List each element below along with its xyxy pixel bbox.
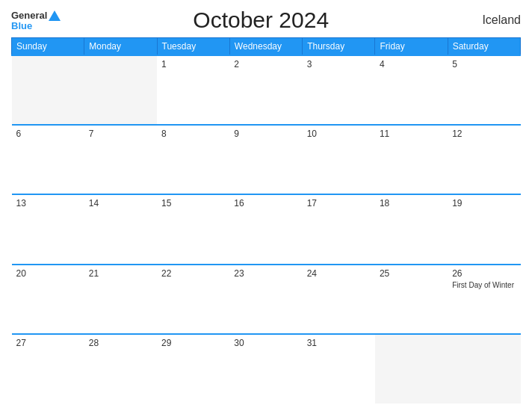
- calendar-cell: 24: [303, 265, 375, 334]
- calendar-cell: 8: [157, 125, 229, 194]
- weekday-header-friday: Friday: [375, 38, 448, 56]
- day-number: 12: [452, 129, 462, 139]
- calendar-cell: 16: [229, 194, 302, 264]
- calendar-cell: 31: [303, 334, 375, 404]
- day-number: 25: [380, 268, 389, 279]
- day-number: 10: [307, 129, 317, 139]
- weekday-header-sunday: Sunday: [12, 38, 84, 56]
- calendar-cell: 7: [84, 125, 157, 194]
- weekday-header-tuesday: Tuesday: [157, 38, 229, 56]
- day-number: 24: [307, 268, 317, 279]
- calendar-header: General Blue October 2024 Iceland: [11, 7, 521, 33]
- calendar-table: SundayMondayTuesdayWednesdayThursdayFrid…: [11, 37, 521, 404]
- day-number: 23: [234, 268, 244, 279]
- day-number: 1: [161, 59, 167, 69]
- calendar-cell: 21: [84, 265, 157, 334]
- week-row-2: 13141516171819: [12, 194, 521, 264]
- calendar-cell: 18: [375, 194, 448, 264]
- calendar-cell: 22: [157, 265, 229, 334]
- calendar-cell: 17: [303, 194, 375, 264]
- day-number: 29: [161, 338, 171, 348]
- week-row-0: 12345: [12, 55, 521, 125]
- week-row-1: 6789101112: [12, 125, 521, 194]
- event-text: First Day of Winter: [452, 280, 516, 290]
- day-number: 4: [380, 59, 385, 69]
- calendar-cell: 23: [229, 265, 302, 334]
- day-number: 2: [234, 59, 239, 69]
- calendar-cell: 3: [303, 55, 375, 125]
- calendar-cell: 12: [448, 125, 520, 194]
- calendar-cell: 6: [12, 125, 84, 194]
- day-number: 20: [16, 268, 26, 279]
- calendar-cell: 28: [84, 334, 157, 404]
- logo: General Blue: [11, 10, 61, 31]
- week-row-3: 20212223242526First Day of Winter: [12, 265, 521, 334]
- day-number: 18: [380, 198, 389, 208]
- calendar-cell: 2: [229, 55, 302, 125]
- calendar-cell: 30: [229, 334, 302, 404]
- weekday-header-saturday: Saturday: [448, 38, 520, 56]
- calendar-cell: 19: [448, 194, 520, 264]
- logo-top: General: [11, 10, 61, 21]
- calendar-cell: 26First Day of Winter: [448, 265, 520, 334]
- day-number: 28: [89, 338, 99, 348]
- calendar-cell: 13: [12, 194, 84, 264]
- calendar-cell: 27: [12, 334, 84, 404]
- weekday-header-wednesday: Wednesday: [229, 38, 302, 56]
- weekday-header-thursday: Thursday: [303, 38, 375, 56]
- day-number: 17: [307, 198, 317, 208]
- day-number: 7: [89, 129, 94, 139]
- logo-bottom: Blue: [11, 21, 32, 31]
- day-number: 11: [380, 129, 389, 139]
- day-number: 16: [234, 198, 244, 208]
- day-number: 19: [452, 198, 462, 208]
- week-row-4: 2728293031: [12, 334, 521, 404]
- weekday-header-row: SundayMondayTuesdayWednesdayThursdayFrid…: [12, 38, 521, 56]
- calendar-cell: 20: [12, 265, 84, 334]
- calendar-cell: 1: [157, 55, 229, 125]
- day-number: 13: [16, 198, 26, 208]
- day-number: 26: [452, 268, 462, 279]
- day-number: 8: [161, 129, 167, 139]
- calendar-title: October 2024: [61, 7, 461, 33]
- day-number: 5: [452, 59, 457, 69]
- weekday-header-monday: Monday: [84, 38, 157, 56]
- calendar-cell: 10: [303, 125, 375, 194]
- calendar-cell: 29: [157, 334, 229, 404]
- calendar-cell: [12, 55, 84, 125]
- day-number: 3: [307, 59, 312, 69]
- day-number: 31: [307, 338, 317, 348]
- calendar-cell: 4: [375, 55, 448, 125]
- calendar-page: General Blue October 2024 Iceland Sunday…: [0, 0, 532, 411]
- day-number: 9: [234, 129, 239, 139]
- calendar-cell: 9: [229, 125, 302, 194]
- calendar-cell: 15: [157, 194, 229, 264]
- logo-triangle-icon: [49, 10, 61, 21]
- calendar-cell: 25: [375, 265, 448, 334]
- calendar-cell: 11: [375, 125, 448, 194]
- calendar-cell: [84, 55, 157, 125]
- logo-general-text: General: [11, 10, 47, 20]
- day-number: 22: [161, 268, 171, 279]
- day-number: 6: [16, 129, 22, 139]
- day-number: 15: [161, 198, 171, 208]
- country-name: Iceland: [461, 13, 521, 27]
- day-number: 30: [234, 338, 244, 348]
- day-number: 21: [89, 268, 99, 279]
- day-number: 27: [16, 338, 26, 348]
- calendar-cell: [448, 334, 520, 404]
- calendar-cell: [375, 334, 448, 404]
- logo-blue-text: Blue: [11, 21, 32, 31]
- day-number: 14: [89, 198, 99, 208]
- calendar-cell: 5: [448, 55, 520, 125]
- calendar-cell: 14: [84, 194, 157, 264]
